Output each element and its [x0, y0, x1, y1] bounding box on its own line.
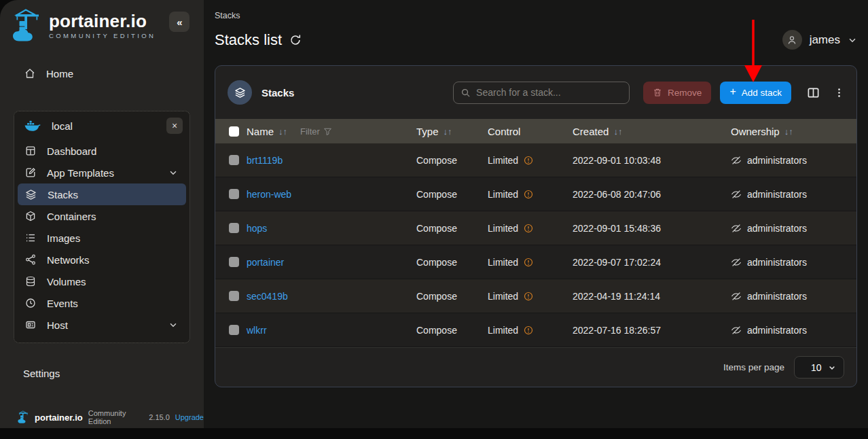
sidebar-item-networks[interactable]: Networks	[18, 249, 186, 270]
row-checkbox[interactable]	[229, 291, 239, 301]
breadcrumb[interactable]: Stacks	[215, 11, 240, 20]
warning-icon	[524, 326, 533, 335]
plus-icon: +	[729, 86, 736, 98]
warning-icon	[524, 224, 533, 233]
sidebar-item-label: App Templates	[47, 167, 114, 179]
stacks-panel: Stacks Remove + Add stack Name ↓↑	[215, 65, 857, 387]
stack-type: Compose	[416, 257, 488, 268]
row-checkbox[interactable]	[229, 155, 239, 165]
sidebar-item-app-templates[interactable]: App Templates	[18, 162, 186, 183]
sidebar-item-label: Containers	[47, 211, 96, 222]
crane-logo-small-icon	[18, 410, 29, 424]
sidebar: portainer.io COMMUNITY EDITION « Home lo…	[0, 0, 204, 428]
page-title-text: Stacks list	[215, 31, 282, 49]
sidebar-item-volumes[interactable]: Volumes	[18, 270, 186, 292]
stack-name-link[interactable]: wlkrr	[247, 325, 267, 336]
sidebar-item-containers[interactable]: Containers	[18, 205, 186, 227]
columns-toggle-icon[interactable]	[807, 86, 820, 99]
filter-label: Filter	[300, 126, 320, 137]
chevron-down-icon	[828, 364, 836, 372]
row-checkbox[interactable]	[229, 189, 239, 199]
sidebar-item-label: Events	[47, 298, 78, 309]
refresh-icon[interactable]	[289, 34, 302, 46]
stack-control: Limited	[488, 257, 573, 268]
stack-name-link[interactable]: heron-web	[247, 189, 291, 200]
sort-icon[interactable]: ↓↑	[613, 126, 622, 137]
warning-icon	[524, 156, 533, 165]
upgrade-link[interactable]: Upgrade	[175, 413, 204, 421]
footer-edition: Community Edition	[88, 409, 143, 425]
clock-icon	[25, 298, 36, 309]
column-header-created[interactable]: Created	[573, 126, 609, 137]
stack-type: Compose	[416, 223, 488, 234]
layers-icon	[25, 189, 37, 200]
eye-slash-icon	[731, 257, 742, 268]
user-menu[interactable]: james	[782, 30, 857, 50]
chevron-down-icon	[168, 320, 178, 330]
panel-header: Stacks Remove + Add stack	[215, 66, 856, 119]
row-checkbox[interactable]	[229, 325, 239, 335]
kebab-menu-icon[interactable]	[834, 87, 844, 99]
table-row: brt1119b Compose Limited 2022-09-01 10:0…	[215, 143, 856, 177]
stack-ownership: administrators	[731, 257, 843, 268]
select-all-checkbox[interactable]	[229, 126, 239, 137]
stack-name-link[interactable]: hops	[247, 223, 267, 234]
remove-button-label: Remove	[668, 88, 702, 98]
environment-header: local ×	[14, 111, 189, 140]
items-per-page-select[interactable]: 10	[794, 356, 844, 379]
portainer-logo: portainer.io COMMUNITY EDITION	[12, 9, 156, 43]
environment-close-button[interactable]: ×	[166, 118, 183, 134]
search-input[interactable]	[476, 87, 622, 98]
column-header-ownership[interactable]: Ownership	[731, 126, 780, 137]
sidebar-item-settings[interactable]: Settings	[23, 368, 60, 379]
add-stack-button-label: Add stack	[742, 88, 782, 98]
environment-name: local	[52, 120, 73, 132]
brand-name: portainer.io	[49, 12, 156, 31]
stack-type: Compose	[416, 189, 488, 200]
environment-box: local × Dashboard App Templates Stacks C…	[14, 111, 190, 343]
table-row: portainer Compose Limited 2022-09-07 17:…	[215, 245, 856, 279]
stack-name-link[interactable]: sec0419b	[247, 291, 288, 302]
funnel-icon	[323, 127, 332, 136]
user-name: james	[810, 33, 840, 47]
sidebar-item-stacks[interactable]: Stacks	[18, 183, 186, 205]
row-checkbox[interactable]	[229, 257, 239, 267]
sidebar-item-host[interactable]: Host	[18, 314, 186, 336]
sidebar-collapse-button[interactable]: «	[169, 12, 189, 32]
stack-name-link[interactable]: brt1119b	[247, 155, 283, 166]
add-stack-button[interactable]: + Add stack	[720, 82, 791, 104]
sidebar-item-home[interactable]: Home	[14, 63, 190, 84]
filter-control[interactable]: Filter	[300, 126, 332, 137]
panel-title: Stacks	[261, 87, 294, 99]
sort-icon[interactable]: ↓↑	[444, 126, 452, 137]
stack-name-link[interactable]: portainer	[247, 257, 284, 268]
table-row: sec0419b Compose Limited 2022-04-19 11:2…	[215, 279, 856, 313]
main-content: Stacks Stacks list james Stacks Remove +…	[204, 0, 868, 428]
table-row: heron-web Compose Limited 2022-06-08 20:…	[215, 177, 856, 211]
eye-slash-icon	[731, 189, 742, 200]
sidebar-item-dashboard[interactable]: Dashboard	[18, 140, 186, 162]
table-header: Name ↓↑ Filter Type ↓↑ Control Created ↓…	[215, 119, 856, 143]
sort-icon[interactable]: ↓↑	[784, 126, 793, 137]
stack-type: Compose	[416, 325, 488, 336]
sidebar-item-events[interactable]: Events	[18, 292, 186, 314]
home-icon	[24, 68, 35, 79]
stack-type: Compose	[416, 155, 488, 166]
sidebar-item-label: Volumes	[47, 276, 86, 287]
stack-type: Compose	[416, 291, 488, 302]
stack-created: 2022-09-07 17:02:24	[573, 257, 731, 268]
sidebar-item-images[interactable]: Images	[18, 227, 186, 249]
column-header-control[interactable]: Control	[488, 126, 520, 137]
eye-slash-icon	[731, 223, 742, 234]
stack-created: 2022-07-16 18:26:57	[573, 325, 731, 336]
layers-icon	[234, 87, 246, 99]
sort-icon[interactable]: ↓↑	[278, 126, 287, 137]
sidebar-footer: portainer.io Community Edition 2.15.0 Up…	[18, 409, 204, 425]
row-checkbox[interactable]	[229, 223, 239, 233]
stack-control: Limited	[488, 291, 573, 302]
column-header-type[interactable]: Type	[416, 126, 439, 137]
eye-slash-icon	[731, 291, 742, 302]
remove-button[interactable]: Remove	[643, 82, 711, 104]
environment-menu: Dashboard App Templates Stacks Container…	[14, 140, 189, 336]
column-header-name[interactable]: Name	[247, 126, 274, 137]
